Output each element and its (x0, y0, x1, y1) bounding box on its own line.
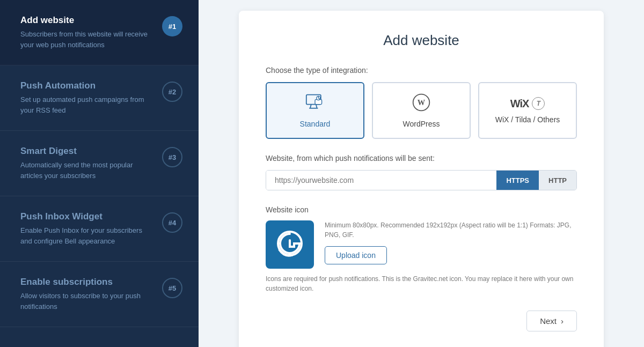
http-button[interactable]: HTTP (539, 171, 576, 190)
option-wordpress-label: WordPress (403, 120, 440, 128)
sidebar-item-3-desc: Automatically send the most popular arti… (20, 160, 156, 181)
icon-upload-row: Minimum 80x80px. Recommended 192x192px (… (266, 220, 577, 269)
sidebar-item-3[interactable]: Smart Digest Automatically send the most… (0, 131, 199, 196)
svg-line-2 (316, 105, 317, 108)
option-standard[interactable]: Standard (266, 82, 364, 139)
sidebar-item-1-desc: Subscribers from this website will recei… (20, 29, 156, 50)
icon-info: Minimum 80x80px. Recommended 192x192px (… (325, 220, 577, 264)
card-title: Add website (266, 32, 577, 49)
sidebar-item-5-content: Enable subscriptions Allow visitors to s… (20, 277, 156, 312)
option-wix[interactable]: WiX T WiX / Tilda / Others (478, 82, 577, 139)
option-wordpress[interactable]: W WordPress (372, 82, 471, 139)
sidebar-item-1-content: Add website Subscribers from this websit… (20, 15, 156, 50)
svg-text:W: W (418, 98, 426, 107)
icon-preview (266, 220, 314, 269)
sidebar-item-4[interactable]: Push Inbox Widget Enable Push Inbox for … (0, 196, 199, 262)
icon-section-title: Website icon (266, 205, 577, 214)
sidebar-item-4-desc: Enable Push Inbox for your subscribers a… (20, 225, 156, 246)
next-button[interactable]: Next › (526, 311, 577, 331)
sidebar-item-3-title: Smart Digest (20, 146, 156, 157)
url-input[interactable] (266, 171, 496, 190)
monitor-icon (305, 93, 325, 114)
step-badge-3: #3 (162, 147, 182, 167)
wix-icon: WiX T (510, 97, 545, 110)
url-label: Website, from which push notifications w… (266, 154, 577, 163)
icon-note: Icons are required for push notification… (266, 274, 577, 293)
card-footer: Next › (266, 311, 577, 331)
sidebar-item-2[interactable]: Push Automation Set up automated push ca… (0, 65, 199, 131)
sidebar-item-2-title: Push Automation (20, 80, 156, 91)
sidebar-item-4-content: Push Inbox Widget Enable Push Inbox for … (20, 211, 156, 246)
svg-line-1 (310, 105, 311, 108)
step-badge-1: #1 (162, 16, 182, 36)
sidebar-item-4-title: Push Inbox Widget (20, 211, 156, 222)
integration-options: Standard W WordPress WiX T WiX / Tild (266, 82, 577, 139)
step-badge-5: #5 (162, 278, 182, 298)
sidebar-item-5-title: Enable subscriptions (20, 277, 156, 287)
option-standard-label: Standard (300, 120, 331, 128)
sidebar-item-2-desc: Set up automated push campaigns from you… (20, 94, 156, 115)
https-button[interactable]: HTTPS (496, 171, 539, 190)
sidebar-item-5[interactable]: Enable subscriptions Allow visitors to s… (0, 262, 199, 327)
sidebar: Add website Subscribers from this websit… (0, 0, 199, 347)
icon-hint: Minimum 80x80px. Recommended 192x192px (… (325, 220, 577, 240)
step-badge-4: #4 (162, 212, 182, 233)
next-button-label: Next (540, 316, 557, 326)
add-website-card: Add website Choose the type of integrati… (239, 11, 604, 347)
main-content: Add website Choose the type of integrati… (199, 0, 644, 347)
icon-section: Website icon Minimum 80x80px. Recommende… (266, 205, 577, 293)
option-wix-label: WiX / Tilda / Others (495, 115, 560, 124)
step-badge-2: #2 (162, 82, 182, 102)
next-chevron-icon: › (561, 316, 564, 326)
sidebar-item-5-desc: Allow visitors to subscribe to your push… (20, 291, 156, 312)
wordpress-icon: W (412, 93, 431, 114)
url-input-row: HTTPS HTTP (266, 170, 577, 190)
sidebar-item-1-title: Add website (20, 15, 156, 26)
upload-icon-button[interactable]: Upload icon (325, 246, 387, 264)
url-section: Website, from which push notifications w… (266, 154, 577, 190)
sidebar-item-1[interactable]: Add website Subscribers from this websit… (0, 0, 199, 65)
integration-label: Choose the type of integration: (266, 66, 577, 75)
sidebar-item-2-content: Push Automation Set up automated push ca… (20, 80, 156, 115)
sidebar-item-3-content: Smart Digest Automatically send the most… (20, 146, 156, 181)
